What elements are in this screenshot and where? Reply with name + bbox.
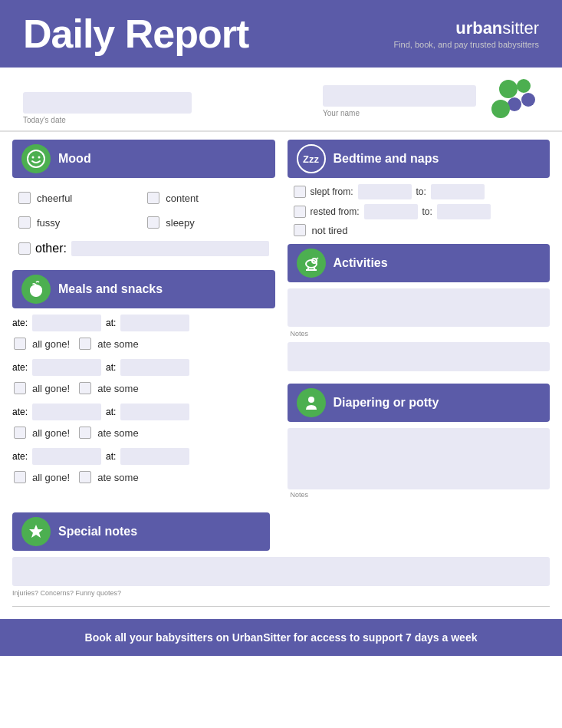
- rested-from-input[interactable]: [364, 204, 418, 219]
- activities-icon-circle: [297, 249, 326, 278]
- special-notes-hint: Injuries? Concerns? Funny quotes?: [12, 588, 550, 598]
- mood-section-header: Mood: [12, 140, 275, 178]
- rested-from-label: rested from:: [311, 206, 360, 217]
- svg-point-2: [521, 93, 535, 107]
- diapering-section-title: Diapering or potty: [334, 396, 439, 410]
- all-gone-label-1: all gone!: [32, 338, 70, 350]
- not-tired-label: not tired: [312, 225, 348, 236]
- face-icon: [26, 149, 46, 169]
- ate-some-label-3: ate some: [97, 427, 138, 439]
- svg-point-4: [491, 100, 510, 118]
- ate-some-1: ate some: [79, 338, 138, 350]
- activities-notes-box-2: [288, 342, 550, 371]
- meal-food-input-2[interactable]: [32, 359, 101, 376]
- star-icon: [26, 522, 46, 542]
- all-gone-cb-2[interactable]: [14, 382, 26, 394]
- rested-to-input[interactable]: [437, 204, 491, 219]
- other-checkbox[interactable]: [18, 242, 31, 255]
- meal-input-row-4: ate: at:: [12, 448, 275, 465]
- ate-some-cb-3[interactable]: [79, 427, 91, 439]
- meals-section-title: Meals and snacks: [58, 282, 163, 296]
- ate-some-2: ate some: [79, 382, 138, 394]
- svg-point-0: [499, 80, 518, 98]
- bedtime-section-title: Bedtime and naps: [334, 152, 439, 166]
- ate-some-label-4: ate some: [97, 472, 138, 483]
- rested-to-label: to:: [422, 206, 432, 217]
- svg-line-15: [316, 258, 318, 259]
- meal-time-input-4[interactable]: [120, 448, 189, 465]
- meal-time-input-3[interactable]: [120, 404, 189, 420]
- ate-label-3: ate:: [12, 407, 28, 417]
- activities-section-title: Activities: [334, 256, 388, 270]
- diapering-section-header: Diapering or potty: [288, 384, 550, 422]
- meal-row-3: ate: at: all gone! ate some: [12, 404, 275, 443]
- all-gone-cb-4[interactable]: [14, 471, 26, 483]
- sleepy-checkbox[interactable]: [147, 216, 159, 229]
- meal-row-2: ate: at: all gone! ate some: [12, 359, 275, 399]
- ate-label-4: ate:: [12, 451, 28, 462]
- meals-section-header: Meals and snacks: [12, 270, 275, 308]
- date-input[interactable]: [23, 92, 192, 114]
- not-tired-checkbox[interactable]: [294, 224, 306, 236]
- mood-cheerful: cheerful: [18, 192, 140, 204]
- brand-tagline: Find, book, and pay trusted babysitters: [393, 40, 539, 49]
- meal-input-row-2: ate: at:: [12, 359, 275, 376]
- svg-point-16: [308, 397, 314, 403]
- meal-food-input-3[interactable]: [32, 404, 101, 420]
- main-content: Mood cheerful content fussy sleepy: [0, 132, 562, 607]
- all-gone-label-4: all gone!: [32, 472, 70, 483]
- mood-options-grid: cheerful content fussy sleepy: [12, 184, 275, 239]
- content-label: content: [166, 193, 199, 204]
- all-gone-cb-3[interactable]: [14, 427, 26, 439]
- ate-some-cb-1[interactable]: [79, 338, 91, 350]
- rested-row: rested from: to:: [294, 204, 544, 219]
- name-input[interactable]: [323, 85, 476, 107]
- all-gone-cb-1[interactable]: [14, 338, 26, 350]
- top-inputs-row: Today's date Your name: [0, 68, 562, 132]
- meal-food-input-4[interactable]: [32, 448, 101, 465]
- left-column: Mood cheerful content fussy sleepy: [12, 132, 275, 505]
- urbansitter-logo: [485, 78, 539, 124]
- ate-some-label-2: ate some: [97, 383, 138, 394]
- slept-checkbox[interactable]: [294, 186, 306, 198]
- page-header: Daily Report urbansitter Find, book, and…: [0, 0, 562, 68]
- all-gone-label-2: all gone!: [32, 383, 70, 394]
- special-notes-section: Special notes Injuries? Concerns? Funny …: [12, 512, 550, 607]
- svg-point-6: [32, 156, 35, 159]
- cheerful-checkbox[interactable]: [18, 192, 31, 204]
- at-label-1: at:: [106, 318, 116, 328]
- ate-some-cb-4[interactable]: [79, 471, 91, 483]
- content-checkbox[interactable]: [147, 192, 159, 204]
- name-input-group: Your name: [323, 78, 539, 124]
- ate-some-3: ate some: [79, 427, 138, 439]
- meal-options-2: all gone! ate some: [12, 377, 275, 399]
- fussy-checkbox[interactable]: [18, 216, 31, 229]
- meal-row-1: ate: at: all gone! ate some: [12, 315, 275, 354]
- other-input[interactable]: [71, 241, 269, 256]
- svg-point-10: [306, 260, 317, 268]
- meal-options-3: all gone! ate some: [12, 422, 275, 443]
- svg-marker-17: [29, 525, 43, 538]
- all-gone-4: all gone!: [14, 471, 70, 483]
- at-label-2: at:: [106, 362, 116, 373]
- ate-some-cb-2[interactable]: [79, 382, 91, 394]
- name-label: Your name: [323, 109, 476, 117]
- diapering-notes-box: [288, 428, 550, 489]
- meal-food-input-1[interactable]: [32, 315, 101, 331]
- activities-notes-box-1: [288, 288, 550, 327]
- slept-from-input[interactable]: [358, 184, 412, 199]
- meal-time-input-2[interactable]: [120, 359, 189, 376]
- slept-to-input[interactable]: [431, 184, 485, 199]
- brand-urban: urban: [455, 18, 502, 38]
- slept-from-label: slept from:: [311, 186, 353, 197]
- meal-time-input-1[interactable]: [120, 315, 189, 331]
- special-notes-box: [12, 557, 550, 586]
- rested-checkbox[interactable]: [294, 206, 306, 218]
- sleepy-label: sleepy: [166, 217, 195, 229]
- meal-rows: ate: at: all gone! ate some: [12, 315, 275, 488]
- fussy-label: fussy: [37, 217, 60, 229]
- svg-point-5: [28, 150, 44, 167]
- special-notes-title: Special notes: [58, 525, 137, 539]
- bedtime-section-header: Zzz Bedtime and naps: [288, 140, 550, 178]
- all-gone-3: all gone!: [14, 427, 70, 439]
